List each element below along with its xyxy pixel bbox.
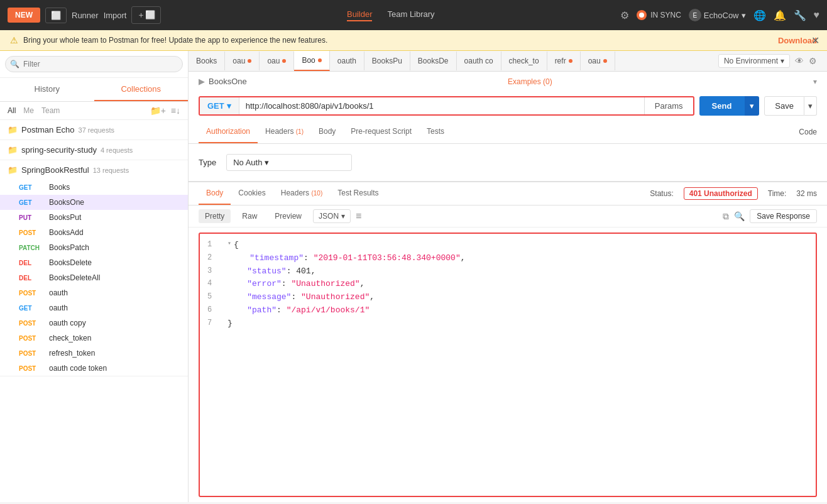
environment-select[interactable]: No Environment ▾ xyxy=(718,54,790,68)
method-badge: PATCH xyxy=(19,244,44,251)
tab-tests[interactable]: Tests xyxy=(419,121,452,143)
code-link[interactable]: Code xyxy=(799,121,817,143)
tab-BooksDe[interactable]: BooksDe xyxy=(410,52,457,70)
url-input[interactable] xyxy=(239,97,644,114)
filter-icon[interactable]: ≡ xyxy=(356,211,361,222)
search-input[interactable] xyxy=(5,56,183,72)
pretty-button[interactable]: Pretty xyxy=(199,209,231,223)
globe-icon[interactable]: 🌐 xyxy=(753,9,766,21)
breadcrumb: BooksOne xyxy=(209,77,247,86)
bell-icon[interactable]: 🔔 xyxy=(774,9,786,21)
request-refresh-token[interactable]: POST refresh_token xyxy=(0,346,188,361)
runner-button[interactable]: Runner xyxy=(72,11,99,20)
tab-check-to[interactable]: check_to xyxy=(501,52,547,70)
tab-oau-1[interactable]: oau xyxy=(225,52,260,70)
subtab-me[interactable]: Me xyxy=(23,106,34,115)
tab-headers[interactable]: Headers (1) xyxy=(258,121,311,143)
new-tab-button[interactable]: ＋⬜ xyxy=(131,6,161,24)
auth-tabs: Authorization Headers (1) Body Pre-reque… xyxy=(189,121,827,144)
save-dropdown-button[interactable]: ▾ xyxy=(804,96,817,116)
collection-count: 4 requests xyxy=(101,146,133,154)
request-Books[interactable]: GET Books xyxy=(0,180,188,195)
tab-refr[interactable]: refr xyxy=(547,52,581,70)
tab-body[interactable]: Body xyxy=(311,121,343,143)
headers-count: (1) xyxy=(296,128,304,135)
wrench-icon[interactable]: 🔧 xyxy=(794,9,806,21)
tab-oau-3[interactable]: oau xyxy=(581,52,615,70)
request-oauth-get[interactable]: GET oauth xyxy=(0,300,188,315)
tab-pre-request[interactable]: Pre-request Script xyxy=(343,121,419,143)
subtab-all[interactable]: All xyxy=(8,106,16,115)
subtab-team[interactable]: Team xyxy=(41,106,60,115)
new-button[interactable]: NEW xyxy=(8,8,40,23)
tab-Boo[interactable]: Boo xyxy=(294,51,329,71)
tab-oau-2[interactable]: oau xyxy=(260,52,294,70)
json-response-body: 1 ▾ { 2 "timestamp" : "2019-01-11T03:56:… xyxy=(199,233,817,497)
tab-Books[interactable]: Books xyxy=(189,52,225,70)
chevron-down-icon: ▾ xyxy=(742,11,746,20)
params-button[interactable]: Params xyxy=(644,97,693,114)
new-collection-button[interactable]: 📁+ xyxy=(150,106,166,116)
layout-icon-button[interactable]: ⬜ xyxy=(45,8,67,23)
import-button[interactable]: Import xyxy=(104,11,127,20)
tab-authorization[interactable]: Authorization xyxy=(199,121,258,143)
request-BooksDelete[interactable]: DEL BooksDelete xyxy=(0,255,188,270)
send-dropdown-button[interactable]: ▾ xyxy=(744,96,759,116)
request-name: BooksPatch xyxy=(49,243,89,252)
banner-close-button[interactable]: ✕ xyxy=(811,35,819,47)
tab-oauth[interactable]: oauth xyxy=(330,52,364,70)
request-BooksPut[interactable]: PUT BooksPut xyxy=(0,210,188,225)
method-select[interactable]: GET ▾ xyxy=(200,97,239,114)
format-type-select[interactable]: JSON ▾ xyxy=(313,209,351,223)
request-oauth-post[interactable]: POST oauth xyxy=(0,285,188,300)
raw-button[interactable]: Raw xyxy=(236,209,263,223)
tab-dot xyxy=(318,58,322,62)
sort-button[interactable]: ≡↓ xyxy=(171,106,180,116)
collection-header-spring-security[interactable]: 📁 spring-security-study 4 requests xyxy=(0,140,188,160)
tab-body-response[interactable]: Body xyxy=(199,182,231,205)
request-oauth-copy[interactable]: POST oauth copy xyxy=(0,315,188,331)
tab-dot xyxy=(569,59,572,63)
request-BooksOne[interactable]: GET BooksOne xyxy=(0,195,188,210)
builder-nav[interactable]: Builder xyxy=(347,9,372,21)
breadcrumb-arrow: ▶ xyxy=(199,77,205,86)
heart-icon[interactable]: ♥ xyxy=(814,9,820,21)
request-BooksAdd[interactable]: POST BooksAdd xyxy=(0,225,188,240)
chevron-down-icon: ▾ xyxy=(780,57,784,65)
collections-tab[interactable]: Collections xyxy=(94,78,189,101)
request-BooksPatch[interactable]: PATCH BooksPatch xyxy=(0,240,188,255)
tab-cookies[interactable]: Cookies xyxy=(231,182,273,205)
search-response-button[interactable]: 🔍 xyxy=(734,209,745,223)
save-response-button[interactable]: Save Response xyxy=(750,209,817,223)
request-check-token[interactable]: POST check_token xyxy=(0,331,188,346)
tab-headers-response[interactable]: Headers (10) xyxy=(273,182,331,205)
json-line-1: 1 ▾ { xyxy=(200,239,816,252)
chevron-down-icon: ▾ xyxy=(265,158,269,167)
team-library-nav[interactable]: Team Library xyxy=(387,9,434,21)
chevron-down-icon: ▾ xyxy=(341,212,345,221)
auth-type-select[interactable]: No Auth ▾ xyxy=(226,154,352,171)
examples-link[interactable]: Examples (0) xyxy=(508,77,552,86)
collection-header-spring-book[interactable]: 📁 SpringBookRestful 13 requests xyxy=(0,160,188,180)
send-button[interactable]: Send xyxy=(699,96,745,116)
collection-spring-security: 📁 spring-security-study 4 requests xyxy=(0,140,188,160)
method-badge: GET xyxy=(19,305,44,312)
preview-button[interactable]: Preview xyxy=(268,209,308,223)
save-button[interactable]: Save xyxy=(764,96,804,116)
sync-settings-icon[interactable]: ⚙ xyxy=(620,9,629,21)
request-name: BooksPut xyxy=(49,213,81,222)
copy-response-button[interactable]: ⧉ xyxy=(723,209,729,223)
environment-eye-button[interactable]: 👁 xyxy=(795,56,804,66)
auth-type-value: No Auth xyxy=(233,158,262,167)
tab-BooksPu[interactable]: BooksPu xyxy=(364,52,410,70)
tab-test-results[interactable]: Test Results xyxy=(330,182,386,205)
history-tab[interactable]: History xyxy=(0,78,94,101)
request-BooksDeleteAll[interactable]: DEL BooksDeleteAll xyxy=(0,270,188,285)
collection-header-postman-echo[interactable]: 📁 Postman Echo 37 requests xyxy=(0,120,188,140)
tab-oauth-co[interactable]: oauth co xyxy=(457,52,501,70)
environment-settings-button[interactable]: ⚙ xyxy=(809,56,817,66)
request-oauth-code-token[interactable]: POST oauth code token xyxy=(0,361,188,376)
method-label: GET xyxy=(207,101,224,111)
user-menu[interactable]: E EchoCow ▾ xyxy=(689,9,746,21)
collection-list: 📁 Postman Echo 37 requests 📁 spring-secu… xyxy=(0,120,188,502)
